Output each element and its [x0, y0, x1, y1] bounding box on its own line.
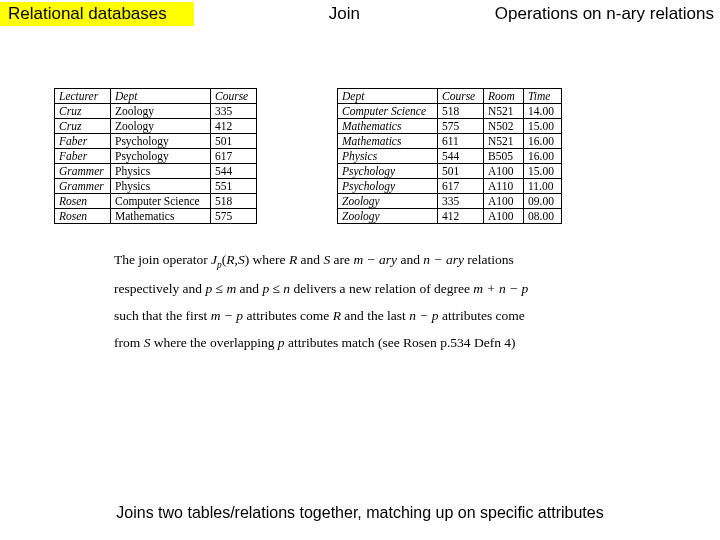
table-row: CruzZoology335 [55, 104, 257, 119]
table-row: FaberPsychology617 [55, 149, 257, 164]
table-row: Zoology335A10009.00 [338, 194, 562, 209]
table-header-row: Lecturer Dept Course [55, 89, 257, 104]
col-course: Course [211, 89, 257, 104]
footer-caption: Joins two tables/relations together, mat… [0, 504, 720, 522]
table-row: Mathematics575N50215.00 [338, 119, 562, 134]
table-row: Zoology412A10008.00 [338, 209, 562, 224]
table-row: Mathematics611N52116.00 [338, 134, 562, 149]
col-lecturer: Lecturer [55, 89, 111, 104]
col-dept: Dept [111, 89, 211, 104]
slide-header: Relational databases Join Operations on … [0, 0, 720, 28]
table-row: RosenMathematics575 [55, 209, 257, 224]
table-row: GrammerPhysics551 [55, 179, 257, 194]
slide-title: Join [194, 2, 495, 26]
col-time: Time [524, 89, 562, 104]
section-label: Operations on n-ary relations [495, 2, 720, 26]
table-row: RosenComputer Science518 [55, 194, 257, 209]
table-row: FaberPsychology501 [55, 134, 257, 149]
table-row: Psychology501A10015.00 [338, 164, 562, 179]
table-row: Psychology617A11011.00 [338, 179, 562, 194]
col-room: Room [484, 89, 524, 104]
topic-label: Relational databases [0, 2, 194, 26]
table-row: GrammerPhysics544 [55, 164, 257, 179]
tables-container: Lecturer Dept Course CruzZoology335 Cruz… [0, 28, 720, 224]
table-header-row: Dept Course Room Time [338, 89, 562, 104]
lecturer-table: Lecturer Dept Course CruzZoology335 Cruz… [54, 88, 257, 224]
col-course: Course [438, 89, 484, 104]
table-row: Physics544B50516.00 [338, 149, 562, 164]
table-row: CruzZoology412 [55, 119, 257, 134]
join-definition: The join operator Jp(R,S) where R and S … [0, 224, 720, 356]
col-dept: Dept [338, 89, 438, 104]
table-row: Computer Science518N52114.00 [338, 104, 562, 119]
room-table: Dept Course Room Time Computer Science51… [337, 88, 562, 224]
